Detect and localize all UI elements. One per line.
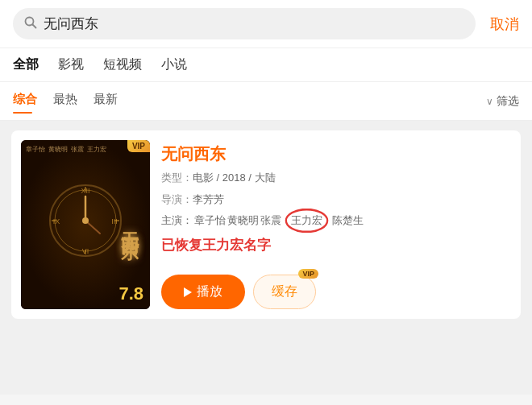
- type-value: 电影 / 2018 / 大陆: [193, 172, 276, 184]
- poster-clock-decoration: XII III VI IX: [45, 180, 126, 261]
- cancel-button[interactable]: 取消: [482, 14, 519, 34]
- movie-card: XII III VI IX 无问西东 章子怡 黄晓: [11, 130, 521, 319]
- cast-label: 主演：: [161, 213, 193, 228]
- filter-button[interactable]: ∨ 筛选: [486, 94, 519, 109]
- save-button[interactable]: 缓存 VIP: [253, 275, 316, 309]
- cast-actor-2: 黄晓明: [227, 213, 259, 228]
- director-label: 导演：: [161, 193, 193, 205]
- chevron-down-icon: ∨: [486, 96, 493, 107]
- search-bar: 无问西东 取消: [0, 0, 532, 48]
- category-tab-video[interactable]: 影视: [58, 56, 84, 73]
- save-label: 缓存: [272, 284, 297, 298]
- cast-actor-circled: 王力宏: [288, 213, 326, 228]
- sub-tabs: 综合 最热 最新 ∨ 筛选: [0, 82, 532, 121]
- type-label: 类型：: [161, 172, 193, 184]
- cast-actor-5: 陈楚生: [332, 213, 364, 228]
- search-icon: [24, 16, 37, 32]
- svg-point-10: [82, 217, 89, 224]
- category-tab-novel[interactable]: 小说: [161, 56, 187, 73]
- action-buttons: 播放 缓存 VIP: [161, 268, 511, 309]
- poster-title-vertical: 无问西东: [118, 218, 142, 231]
- category-tab-all[interactable]: 全部: [13, 56, 39, 73]
- filter-label: 筛选: [497, 94, 519, 109]
- save-vip-badge: VIP: [298, 269, 318, 279]
- movie-title: 无问西东: [161, 143, 511, 165]
- search-input-wrapper[interactable]: 无问西东: [13, 8, 476, 39]
- play-button[interactable]: 播放: [161, 275, 245, 309]
- movie-director-meta: 导演：李芳芳: [161, 192, 511, 209]
- director-value: 李芳芳: [193, 193, 224, 205]
- restored-notice: 已恢复王力宏名字: [161, 236, 511, 254]
- vip-badge: VIP: [127, 140, 150, 152]
- category-tabs: 全部 影视 短视频 小说: [0, 48, 532, 82]
- movie-poster: XII III VI IX 无问西东 章子怡 黄晓: [21, 140, 150, 309]
- circled-actor-name: 王力宏: [291, 214, 322, 226]
- movie-cast-line: 主演： 章子怡 黄晓明 张震 王力宏 陈楚生: [161, 213, 511, 228]
- cast-actor-1: 章子怡: [194, 213, 226, 228]
- sub-tab-comprehensive[interactable]: 综合: [13, 89, 47, 114]
- search-query-text: 无问西东: [44, 14, 464, 33]
- cast-actor-circled-wrapper: 王力宏: [288, 213, 326, 228]
- svg-text:IX: IX: [53, 217, 60, 225]
- results-area: XII III VI IX 无问西东 章子怡 黄晓: [0, 121, 532, 395]
- cast-actor-3: 张震: [260, 213, 281, 228]
- play-label: 播放: [197, 283, 222, 300]
- movie-type-meta: 类型：电影 / 2018 / 大陆: [161, 170, 511, 187]
- sub-tab-latest[interactable]: 最新: [94, 89, 127, 114]
- svg-line-1: [33, 24, 36, 27]
- svg-text:III: III: [111, 217, 118, 225]
- poster-background: XII III VI IX 无问西东 章子怡 黄晓: [21, 140, 150, 309]
- play-icon: [184, 287, 192, 297]
- category-tab-short-video[interactable]: 短视频: [103, 56, 142, 73]
- movie-info-panel: 无问西东 类型：电影 / 2018 / 大陆 导演：李芳芳 主演： 章子怡 黄晓…: [161, 140, 511, 309]
- movie-rating-badge: 7.8: [118, 283, 143, 304]
- sub-tab-hot[interactable]: 最热: [53, 89, 87, 114]
